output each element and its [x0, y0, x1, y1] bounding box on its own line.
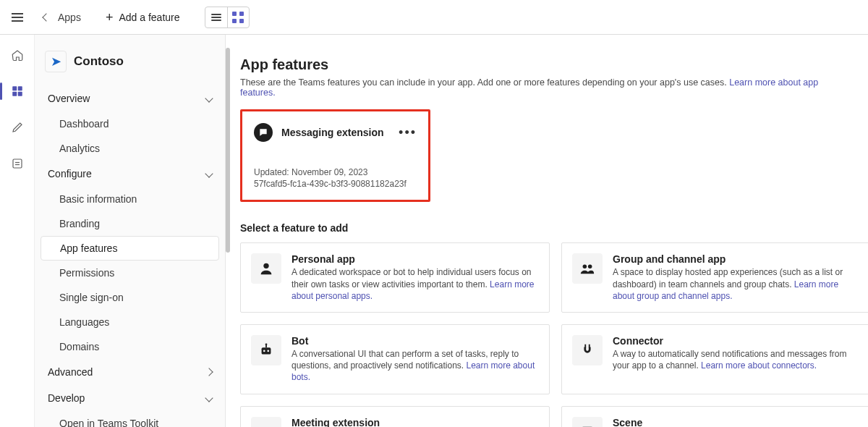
svg-point-8 [583, 265, 587, 269]
rail-home-icon[interactable] [6, 43, 29, 67]
feature-card-scene[interactable]: Scene A custom virtual scene people can … [561, 406, 868, 428]
person-icon [251, 253, 281, 284]
svg-rect-16 [589, 344, 590, 348]
sidebar: ➤ Contoso Overview Dashboard Analytics C… [35, 35, 226, 427]
page-subtitle: These are the Teams features you can inc… [240, 77, 854, 98]
add-feature-label: Add a feature [119, 12, 179, 23]
hamburger-menu-icon[interactable] [0, 0, 35, 35]
page-title: App features [240, 56, 854, 73]
add-feature-button[interactable]: + Add a feature [106, 12, 180, 23]
list-view-button[interactable] [205, 7, 227, 28]
nav-section-overview[interactable]: Overview [41, 85, 219, 111]
video-icon [251, 417, 281, 428]
svg-rect-3 [17, 92, 22, 96]
chevron-right-icon [205, 368, 213, 376]
chevron-left-icon [42, 13, 50, 21]
svg-rect-4 [13, 159, 22, 168]
feature-card-connector[interactable]: Connector A way to automatically send no… [561, 324, 868, 394]
main-content: App features These are the Teams feature… [226, 35, 868, 427]
breadcrumb[interactable]: Apps [43, 12, 81, 23]
nav-section-configure[interactable]: Configure [41, 161, 219, 187]
svg-point-11 [263, 350, 265, 352]
feature-card-bot[interactable]: Bot A conversational UI that can perform… [240, 324, 550, 394]
rail-apps-icon[interactable] [6, 80, 29, 103]
svg-rect-15 [584, 344, 586, 348]
scene-icon [572, 417, 603, 428]
svg-point-14 [265, 343, 268, 345]
existing-feature-meta: Updated: November 09, 2023 57fcafd5-fc1a… [254, 166, 417, 190]
learn-more-connector-link[interactable]: Learn more about connectors. [701, 360, 817, 371]
sidebar-item-app-features[interactable]: App features [41, 236, 219, 261]
rail-edit-icon[interactable] [6, 116, 29, 139]
feature-card-meeting-extension[interactable]: Meeting extension Options for integratin… [240, 406, 550, 428]
messaging-extension-icon [254, 123, 273, 142]
view-toggle [205, 7, 250, 28]
svg-rect-2 [12, 92, 17, 96]
left-rail [0, 35, 35, 427]
chevron-down-icon [205, 94, 213, 102]
grid-icon [232, 12, 244, 23]
app-brand: ➤ Contoso [45, 51, 215, 72]
more-actions-icon[interactable]: ••• [399, 129, 417, 136]
sidebar-item-languages[interactable]: Languages [41, 310, 219, 334]
svg-point-9 [588, 265, 592, 269]
svg-point-7 [263, 263, 268, 269]
feature-card-group-channel[interactable]: Group and channel app A space to display… [561, 242, 868, 313]
sidebar-item-open-teams-toolkit[interactable]: Open in Teams Toolkit [41, 411, 219, 427]
plus-icon: + [106, 12, 114, 22]
bot-icon [251, 335, 281, 365]
sidebar-item-permissions[interactable]: Permissions [41, 261, 219, 285]
sidebar-item-sso[interactable]: Single sign-on [41, 285, 219, 310]
existing-feature-card[interactable]: Messaging extension ••• Updated: Novembe… [240, 109, 430, 202]
grid-view-button[interactable] [227, 7, 249, 28]
sidebar-item-analytics[interactable]: Analytics [41, 136, 219, 161]
nav-section-develop[interactable]: Develop [41, 385, 219, 411]
topbar: Apps + Add a feature [0, 0, 868, 35]
list-icon [211, 12, 221, 22]
select-feature-heading: Select a feature to add [240, 222, 854, 234]
existing-feature-title: Messaging extension [281, 127, 384, 138]
svg-rect-1 [17, 86, 22, 90]
feature-card-personal-app[interactable]: Personal app A dedicated workspace or bo… [240, 242, 550, 313]
brand-logo-icon: ➤ [45, 51, 67, 72]
feature-grid: Personal app A dedicated workspace or bo… [240, 242, 854, 427]
svg-point-12 [267, 350, 269, 352]
chevron-down-icon [205, 394, 213, 402]
breadcrumb-label: Apps [58, 12, 81, 23]
chevron-down-icon [205, 169, 213, 177]
brand-name: Contoso [74, 54, 124, 69]
nav-section-advanced[interactable]: Advanced [41, 359, 219, 385]
svg-rect-0 [12, 86, 17, 90]
connector-icon [572, 335, 603, 365]
sidebar-item-domains[interactable]: Domains [41, 334, 219, 359]
sidebar-item-basic-info[interactable]: Basic information [41, 187, 219, 211]
svg-rect-10 [262, 347, 271, 354]
people-icon [572, 253, 603, 284]
sidebar-item-branding[interactable]: Branding [41, 211, 219, 236]
rail-tools-icon[interactable] [6, 152, 29, 175]
sidebar-item-dashboard[interactable]: Dashboard [41, 111, 219, 136]
